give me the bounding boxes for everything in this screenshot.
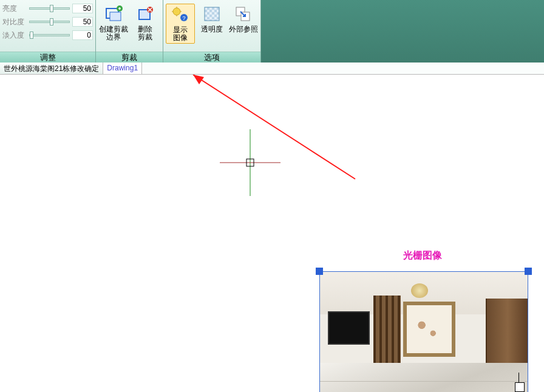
show-image-button[interactable]: ? 显示图像 <box>166 4 195 44</box>
show-image-icon: ? <box>166 4 194 25</box>
brightness-slider[interactable] <box>29 7 70 10</box>
raster-image-annotation: 光栅图像 <box>403 249 442 262</box>
panel-options-title: 选项 <box>163 52 260 63</box>
svg-text:?: ? <box>182 15 185 21</box>
transparency-label: 透明度 <box>197 24 226 35</box>
delete-clip-label: 删除剪裁 <box>131 24 160 42</box>
svg-rect-8 <box>205 7 219 21</box>
raster-image[interactable] <box>319 271 528 392</box>
raster-image-selection[interactable] <box>316 268 532 392</box>
create-clip-icon <box>99 4 128 24</box>
panel-clip-title: 剪裁 <box>96 52 163 63</box>
selection-handle-tl[interactable] <box>316 268 323 275</box>
tab-0[interactable]: 世外桃源海棠阁21栋修改确定 <box>0 63 103 74</box>
fade-value[interactable] <box>72 30 93 40</box>
panel-clip: 创建剪裁边界 删除剪裁 剪裁 <box>96 0 163 63</box>
transparency-icon <box>197 4 226 24</box>
fade-row[interactable]: 淡入度 <box>2 29 93 41</box>
brightness-label: 亮度 <box>2 4 27 14</box>
create-clip-label: 创建剪裁边界 <box>99 24 128 42</box>
document-tabs: 世外桃源海棠阁21栋修改确定 Drawing1 <box>0 63 544 75</box>
brightness-row[interactable]: 亮度 <box>2 2 93 15</box>
svg-point-5 <box>173 8 180 15</box>
panel-adjust: 亮度 对比度 淡入度 调整 <box>0 0 96 63</box>
panel-options: ? 显示图像 透明度 外部参照 选项 <box>163 0 261 63</box>
transparency-button[interactable]: 透明度 <box>197 4 226 35</box>
svg-rect-1 <box>110 12 121 21</box>
delete-clip-button[interactable]: 删除剪裁 <box>131 4 160 42</box>
panel-adjust-title: 调整 <box>0 52 95 63</box>
ribbon: 亮度 对比度 淡入度 调整 创建剪裁边界 <box>0 0 544 63</box>
fade-slider[interactable] <box>29 34 70 36</box>
create-clip-button[interactable]: 创建剪裁边界 <box>99 4 128 42</box>
drawing-canvas[interactable]: 光栅图像 <box>0 75 544 392</box>
ucs-indicator <box>512 373 526 392</box>
show-image-label: 显示图像 <box>166 25 194 43</box>
xref-label: 外部参照 <box>229 24 258 35</box>
fade-label: 淡入度 <box>2 30 27 41</box>
selection-handle-tr[interactable] <box>525 268 532 275</box>
contrast-slider[interactable] <box>29 21 70 23</box>
xref-icon <box>229 4 258 24</box>
contrast-label: 对比度 <box>2 17 27 27</box>
contrast-row[interactable]: 对比度 <box>2 16 93 28</box>
tab-1[interactable]: Drawing1 <box>103 63 142 74</box>
svg-marker-18 <box>193 75 204 84</box>
brightness-value[interactable] <box>72 4 93 13</box>
svg-line-17 <box>193 75 355 179</box>
contrast-value[interactable] <box>72 17 93 27</box>
xref-button[interactable]: 外部参照 <box>229 4 258 35</box>
delete-clip-icon <box>131 4 160 24</box>
adjust-sliders: 亮度 对比度 淡入度 <box>0 0 95 52</box>
ribbon-remainder <box>261 0 544 63</box>
